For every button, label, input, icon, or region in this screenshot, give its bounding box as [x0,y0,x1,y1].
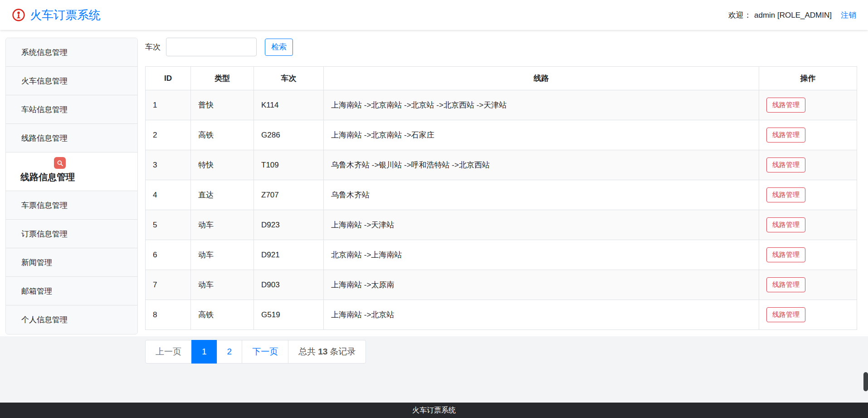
cell-action: 线路管理 [759,240,857,270]
sidebar-item-label: 个人信息管理 [21,315,68,325]
sidebar-item-label: 车站信息管理 [21,104,68,115]
route-manage-button[interactable]: 线路管理 [766,307,805,322]
page-button-2[interactable]: 2 [217,340,243,364]
route-manage-button[interactable]: 线路管理 [766,187,805,202]
sidebar-item-1[interactable]: 系统信息管理 [6,38,137,67]
username: admin [ROLE_ADMIN] [754,11,832,20]
brand-title: 火车订票系统 [30,7,101,23]
train-no-input[interactable] [166,38,257,56]
sidebar-item-5[interactable]: 线路信息管理 [6,152,137,191]
cell-type: 高铁 [191,120,254,150]
sidebar-item-4[interactable]: 线路信息管理 [6,124,137,152]
table-row: 7动车D903上海南站 ->太原南线路管理 [146,270,857,300]
cell-type: 动车 [191,210,254,240]
table-body: 1普快K114上海南站 ->北京南站 ->北京站 ->北京西站 ->天津站线路管… [146,90,857,330]
route-manage-button[interactable]: 线路管理 [766,217,805,232]
sidebar-item-label: 车票信息管理 [21,200,68,211]
cell-route: 乌鲁木齐站 ->银川站 ->呼和浩特站 ->北京西站 [324,150,759,180]
sidebar-item-label: 系统信息管理 [21,47,68,58]
footer-text: 火车订票系统 [412,406,456,415]
cell-route: 上海南站 ->太原南 [324,270,759,300]
routes-table: ID类型车次线路操作 1普快K114上海南站 ->北京南站 ->北京站 ->北京… [145,66,857,330]
cell-route: 上海南站 ->北京南站 ->石家庄 [324,120,759,150]
cell-id: 5 [146,210,191,240]
cell-action: 线路管理 [759,120,857,150]
route-manage-button[interactable]: 线路管理 [766,157,805,172]
logout-link[interactable]: 注销 [841,10,856,20]
cell-train: G519 [254,300,324,330]
cell-action: 线路管理 [759,270,857,300]
sidebar-item-label: 火车信息管理 [21,76,68,86]
cell-train: T109 [254,150,324,180]
sidebar-item-label: 新闻管理 [21,257,52,268]
search-button[interactable]: 检索 [265,39,293,56]
sidebar-menu: 系统信息管理火车信息管理车站信息管理线路信息管理线路信息管理车票信息管理订票信息… [6,38,137,334]
cell-route: 北京南站 ->上海南站 [324,240,759,270]
sidebar-item-7[interactable]: 订票信息管理 [6,220,137,248]
route-manage-button[interactable]: 线路管理 [766,128,805,143]
cell-id: 7 [146,270,191,300]
table-row: 2高铁G286上海南站 ->北京南站 ->石家庄线路管理 [146,120,857,150]
sidebar-item-6[interactable]: 车票信息管理 [6,191,137,220]
table-header-row: ID类型车次线路操作 [146,67,857,90]
welcome-text: 欢迎：admin [ROLE_ADMIN] [728,10,832,20]
search-bar: 车次 检索 [145,38,857,56]
sidebar-item-label: 线路信息管理 [21,133,68,143]
brand[interactable]: 火车订票系统 [12,7,101,23]
cell-id: 3 [146,150,191,180]
cell-train: D903 [254,270,324,300]
table-row: 8高铁G519上海南站 ->北京站线路管理 [146,300,857,330]
table-row: 3特快T109乌鲁木齐站 ->银川站 ->呼和浩特站 ->北京西站线路管理 [146,150,857,180]
column-header-2: 类型 [191,67,254,90]
table-row: 1普快K114上海南站 ->北京南站 ->北京站 ->北京西站 ->天津站线路管… [146,90,857,120]
route-manage-button[interactable]: 线路管理 [766,277,805,292]
cell-train: G286 [254,120,324,150]
pagination: 上一页12下一页总共 13 条记录 [145,340,366,364]
cell-id: 1 [146,90,191,120]
table-row: 6动车D921北京南站 ->上海南站线路管理 [146,240,857,270]
cell-route: 上海南站 ->北京站 [324,300,759,330]
sidebar-item-8[interactable]: 新闻管理 [6,248,137,277]
train-no-label: 车次 [145,42,161,52]
column-header-1: ID [146,67,191,90]
cell-id: 6 [146,240,191,270]
cell-type: 动车 [191,270,254,300]
cell-id: 2 [146,120,191,150]
sidebar-item-9[interactable]: 邮箱管理 [6,277,137,305]
sidebar-item-10[interactable]: 个人信息管理 [6,305,137,334]
sidebar-item-3[interactable]: 车站信息管理 [6,95,137,124]
cell-train: D923 [254,210,324,240]
sidebar-item-label: 邮箱管理 [21,286,52,296]
sidebar-item-2[interactable]: 火车信息管理 [6,67,137,95]
route-manage-button[interactable]: 线路管理 [766,247,805,262]
header: 火车订票系统 欢迎：admin [ROLE_ADMIN] 注销 [0,0,868,30]
cell-type: 特快 [191,150,254,180]
route-manage-button[interactable]: 线路管理 [766,98,805,113]
cell-action: 线路管理 [759,210,857,240]
cell-action: 线路管理 [759,180,857,210]
sidebar-item-label: 线路信息管理 [20,171,75,183]
column-header-4: 线路 [324,67,759,90]
pagination-total: 总共 13 条记录 [288,340,366,364]
cell-route: 上海南站 ->天津站 [324,210,759,240]
page-body: 系统信息管理火车信息管理车站信息管理线路信息管理线路信息管理车票信息管理订票信息… [0,30,868,336]
cell-type: 普快 [191,90,254,120]
footer: 火车订票系统 [0,403,868,418]
table-row: 5动车D923上海南站 ->天津站线路管理 [146,210,857,240]
page-next-button[interactable]: 下一页 [242,340,288,364]
cell-train: K114 [254,90,324,120]
search-icon [54,157,66,169]
cell-id: 8 [146,300,191,330]
main-content: 车次 检索 ID类型车次线路操作 1普快K114上海南站 ->北京南站 ->北京… [145,38,857,336]
column-header-5: 操作 [759,67,857,90]
page-button-1[interactable]: 1 [191,340,217,364]
table-row: 4直达Z707乌鲁木齐站线路管理 [146,180,857,210]
column-header-3: 车次 [254,67,324,90]
cell-route: 乌鲁木齐站 [324,180,759,210]
cell-type: 高铁 [191,300,254,330]
cell-action: 线路管理 [759,90,857,120]
sidebar: 系统信息管理火车信息管理车站信息管理线路信息管理线路信息管理车票信息管理订票信息… [5,38,138,334]
cell-train: Z707 [254,180,324,210]
scrollbar-thumb[interactable] [863,372,868,391]
page-prev-button[interactable]: 上一页 [145,340,192,364]
